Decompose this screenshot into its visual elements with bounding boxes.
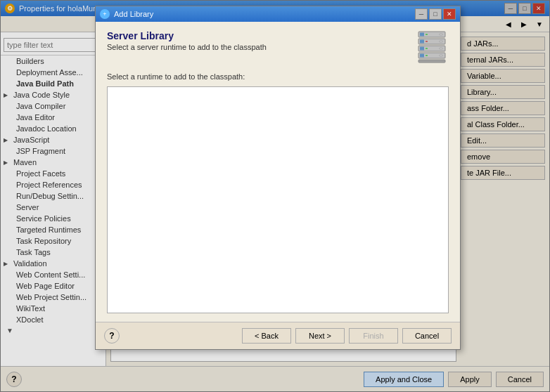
svg-rect-11 (440, 48, 442, 49)
dialog-footer-right: < Back Next > Finish Cancel (242, 328, 452, 344)
dialog-minimize-button[interactable]: ─ (415, 8, 428, 20)
dialog-maximize-button[interactable]: □ (429, 8, 442, 20)
dialog-help-button[interactable]: ? (104, 328, 120, 344)
add-library-dialog: + Add Library ─ □ ✕ Server Library Selec… (95, 6, 461, 350)
svg-rect-7 (440, 41, 442, 42)
dialog-icon: + (100, 9, 110, 19)
svg-rect-15 (440, 55, 442, 56)
server-icon-svg (417, 30, 447, 64)
dialog-section-title: Server Library (107, 30, 267, 41)
modal-overlay: + Add Library ─ □ ✕ Server Library Selec… (0, 0, 550, 392)
dialog-close-button[interactable]: ✕ (443, 8, 456, 20)
back-button[interactable]: < Back (242, 328, 291, 344)
dialog-section-label: Select a runtime to add to the classpath… (107, 72, 449, 81)
dialog-header-info: Server Library Select a server runtime t… (107, 30, 267, 51)
svg-rect-6 (426, 41, 428, 42)
svg-rect-1 (420, 33, 424, 37)
dialog-header-row: Server Library Select a server runtime t… (107, 30, 449, 64)
dialog-server-icon (415, 30, 449, 64)
svg-rect-13 (420, 54, 424, 58)
svg-rect-9 (420, 47, 424, 51)
dialog-title-bar: + Add Library ─ □ ✕ (96, 6, 460, 22)
dialog-content: Server Library Select a server runtime t… (96, 22, 460, 322)
svg-rect-16 (418, 60, 445, 63)
dialog-footer: ? < Back Next > Finish Cancel (96, 322, 460, 349)
dialog-subtitle: Select a server runtime to add to the cl… (107, 43, 267, 51)
dialog-title-text: Add Library (114, 10, 153, 18)
dialog-runtime-list[interactable] (107, 86, 449, 313)
next-button[interactable]: Next > (295, 328, 345, 344)
svg-rect-10 (426, 48, 428, 49)
svg-rect-3 (440, 34, 442, 35)
dialog-title-left: + Add Library (100, 9, 153, 19)
svg-rect-5 (420, 40, 424, 44)
finish-button[interactable]: Finish (349, 328, 398, 344)
svg-rect-2 (426, 34, 428, 35)
svg-rect-14 (426, 55, 428, 56)
dialog-controls: ─ □ ✕ (415, 8, 456, 20)
dialog-cancel-button[interactable]: Cancel (402, 328, 452, 344)
